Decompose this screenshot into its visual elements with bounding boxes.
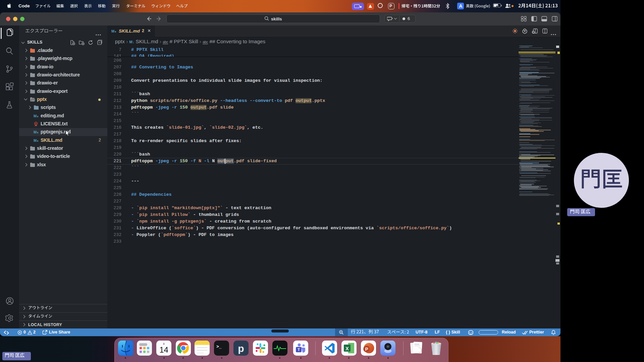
svg-text:X: X: [345, 346, 349, 351]
svg-text:M: M: [34, 114, 37, 118]
svg-text:T: T: [298, 348, 300, 352]
svg-text:±: ±: [163, 342, 165, 345]
svg-text:>_: >_: [216, 344, 222, 349]
svg-text:P: P: [365, 347, 368, 352]
svg-text:M: M: [34, 138, 37, 142]
svg-text:14: 14: [159, 345, 168, 354]
svg-text:p: p: [238, 343, 244, 354]
svg-text:M: M: [34, 130, 37, 134]
svg-text:M: M: [111, 29, 114, 33]
